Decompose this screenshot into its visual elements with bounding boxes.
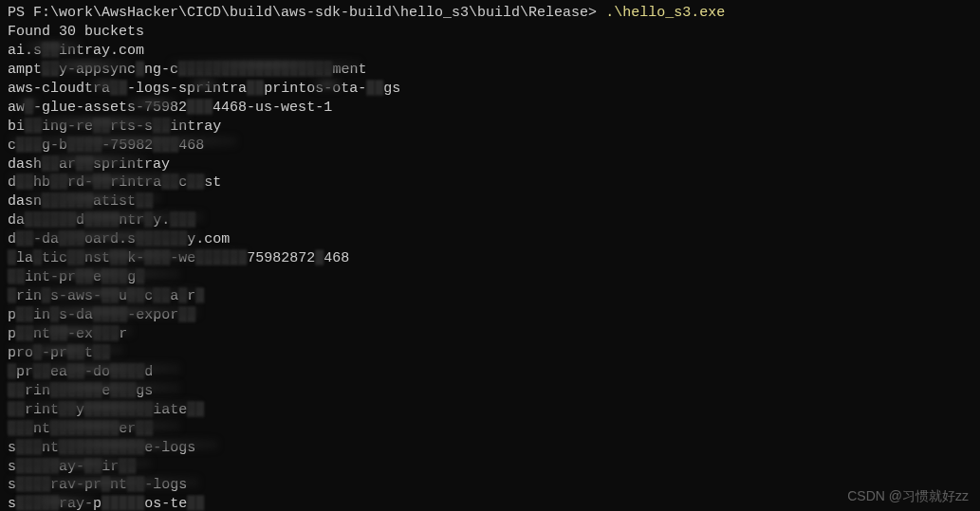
bucket-line: d██-da███oard.s██████y.com [8, 230, 972, 249]
command-text: .\hello_s3.exe [605, 5, 725, 21]
bucket-line: d██hb██rd-██rintra██c██st [8, 173, 972, 192]
bucket-line: █pr██ea██-do████d [8, 363, 972, 382]
bucket-line: ██rint██y████████iate██ [8, 401, 972, 420]
bucket-line: s███nt██████████e-logs [8, 439, 972, 458]
bucket-line: p██in█s-da████-expor██ [8, 306, 972, 325]
bucket-line: ██rin██████e███gs [8, 382, 972, 401]
bucket-line: █rin█s-aws-██u██c██a█r█ [8, 287, 972, 306]
prompt-path: F:\work\AwsHacker\CICD\build\aws-sdk-bui… [33, 5, 597, 21]
prompt-line: PS F:\work\AwsHacker\CICD\build\aws-sdk-… [8, 4, 972, 23]
bucket-line: s█████ay-██ir██ [8, 458, 972, 477]
bucket-line: █la█tic██nst██k-███-we██████75982872█468 [8, 249, 972, 268]
bucket-line: s█████ray-p█████os-te██ [8, 495, 972, 511]
bucket-line: bi██ing-re██rts-s██intray [8, 118, 972, 137]
bucket-line: c███g-b████-75982███468 [8, 137, 972, 155]
bucket-line: dasn██████atist██ [8, 192, 972, 211]
bucket-line: aw█-glue-assets-75982███4468-us-west-1 [8, 99, 972, 118]
bucket-line: aws-cloudtra██-logs-sprintra██printos-ot… [8, 80, 972, 99]
prompt-prefix: PS [8, 5, 33, 21]
output-header: Found 30 buckets [8, 23, 972, 42]
bucket-line: ██int-pr██e███g█ [8, 268, 972, 287]
terminal-container[interactable]: PS F:\work\AwsHacker\CICD\build\aws-sdk-… [8, 4, 972, 511]
bucket-line: ███nt████████er██ [8, 420, 972, 439]
bucket-line: ampt██y-appsync█ng-c██████████████████me… [8, 61, 972, 80]
bucket-line: dash██ar██sprintray [8, 155, 972, 174]
bucket-line: pro█-pr██t██ [8, 344, 972, 363]
bucket-line: s████rav-pr█nt██-logs [8, 476, 972, 495]
bucket-line: da██████d████ntr█y.███ [8, 211, 972, 230]
bucket-line: ai.s██intray.com [8, 42, 972, 61]
bucket-line: p██nt██-ex███r [8, 325, 972, 344]
